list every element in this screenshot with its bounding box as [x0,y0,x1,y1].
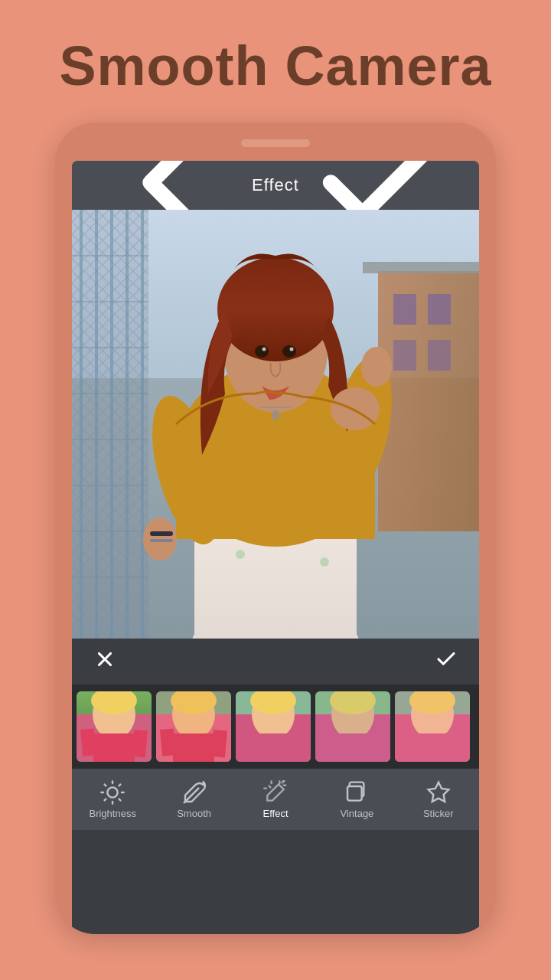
cancel-edit-button[interactable] [87,642,122,682]
nav-item-smooth[interactable]: Smooth [153,780,234,819]
svg-rect-5 [393,294,416,325]
filter-thumb-2[interactable] [156,691,231,762]
action-bar [72,639,479,684]
apply-edit-button[interactable] [429,642,464,682]
svg-rect-8 [428,340,451,371]
svg-rect-13 [95,210,98,639]
svg-point-49 [331,387,380,430]
nav-item-vintage[interactable]: Vintage [316,780,397,819]
nav-item-effect[interactable]: Effect [235,780,316,819]
svg-rect-108 [347,786,362,801]
phone-screen: Effect [72,161,479,934]
svg-rect-9 [363,262,479,273]
brush-icon [182,780,207,805]
svg-point-43 [262,348,266,351]
svg-point-48 [272,410,279,420]
header-bar: Effect [72,161,479,210]
smooth-label: Smooth [177,808,211,819]
filter-thumb-3[interactable] [236,691,311,762]
svg-marker-109 [428,782,448,801]
svg-line-102 [269,786,271,787]
filter-thumb-1[interactable] [77,691,152,762]
svg-line-97 [105,799,106,800]
svg-rect-66 [156,691,231,762]
svg-rect-57 [132,730,148,757]
svg-rect-56 [80,728,96,756]
svg-rect-46 [150,539,173,542]
svg-rect-15 [126,210,129,639]
badge-icon [426,780,451,805]
sticker-label: Sticker [423,808,454,819]
phone-notch [241,139,310,147]
svg-rect-72 [291,730,307,757]
svg-point-40 [217,257,334,361]
svg-rect-14 [110,210,113,639]
svg-rect-45 [150,531,173,536]
svg-point-37 [361,347,392,387]
filter-strip [72,684,479,769]
svg-point-90 [108,787,118,797]
filter-thumb-4[interactable] [315,691,390,762]
svg-point-28 [236,550,245,559]
svg-line-94 [119,799,121,800]
svg-rect-70 [253,733,294,762]
bottom-nav: Brightness Smooth [72,769,479,830]
svg-point-42 [282,345,296,358]
svg-rect-12 [80,210,83,639]
svg-line-99 [184,788,198,802]
sun-icon [100,780,125,805]
nav-item-brightness[interactable]: Brightness [72,780,153,819]
filter-thumb-5[interactable] [395,691,470,762]
svg-line-93 [105,784,106,786]
svg-point-30 [320,557,329,567]
svg-rect-6 [428,294,451,325]
vintage-label: Vintage [340,808,373,819]
svg-rect-89 [395,691,470,762]
brightness-label: Brightness [89,808,135,819]
svg-point-106 [283,780,284,781]
wand-icon [263,780,288,805]
svg-line-98 [119,784,121,786]
header-title: Effect [252,175,299,195]
svg-rect-55 [93,733,135,762]
effect-label: Effect [263,808,289,819]
app-title: Smooth Camera [0,34,551,97]
main-photo-area [72,210,479,639]
svg-rect-71 [240,728,256,756]
stack-icon [344,780,369,805]
nav-item-sticker[interactable]: Sticker [398,780,479,819]
svg-rect-16 [141,210,144,639]
svg-rect-7 [393,340,416,371]
svg-point-44 [290,348,294,351]
svg-rect-81 [315,691,390,762]
svg-point-41 [255,345,269,358]
phone-frame: Effect [55,122,496,934]
